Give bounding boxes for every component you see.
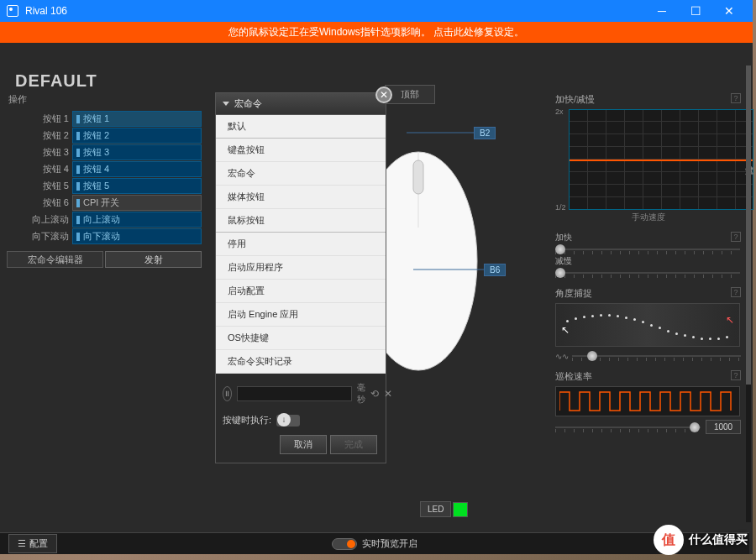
bind-label: 按钮 5 (7, 178, 72, 194)
dropdown-item[interactable]: 键盘按钮 (216, 139, 386, 162)
poll-value[interactable]: 1000 (706, 420, 741, 434)
x-axis-label: 手动速度 (555, 212, 741, 223)
maximize-button[interactable]: ☐ (679, 0, 712, 22)
slow-slider[interactable] (555, 267, 740, 279)
dropdown-close-button[interactable]: ✕ (375, 86, 392, 103)
bind-label: 向上滚动 (7, 212, 72, 228)
fast-slider[interactable] (555, 243, 740, 255)
wave-icon: ∿∿ (555, 352, 569, 361)
button-tag-b6[interactable]: B6 (484, 264, 506, 276)
close-button[interactable]: ✕ (712, 0, 746, 22)
scrollbar[interactable] (746, 65, 751, 522)
watermark: 值 什么值得买 (654, 525, 748, 555)
bind-value-scrolldown[interactable]: 向下滚动 (72, 228, 202, 244)
button-tag-b2[interactable]: B2 (474, 127, 496, 139)
warning-banner[interactable]: 您的鼠标设定正在受Windows指针选项影响。 点击此处修复设定。 (0, 22, 753, 43)
bind-label: 按钮 1 (7, 111, 72, 127)
top-tab[interactable]: 顶部 (385, 85, 435, 104)
bind-value-5[interactable]: 按钮 5 (72, 178, 202, 194)
bind-value-6[interactable]: CPI 开关 (72, 195, 202, 211)
angle-graph: ↖ ↖ (555, 303, 740, 347)
dropdown-header-text: 宏命令 (234, 97, 262, 110)
list-icon: ☰ (18, 538, 26, 549)
led-color-picker[interactable] (453, 502, 468, 517)
watermark-text: 什么值得买 (689, 532, 748, 547)
watermark-icon: 值 (654, 525, 684, 555)
help-icon[interactable]: ? (731, 287, 741, 297)
bind-label: 按钮 6 (7, 195, 72, 211)
titlebar: Rival 106 ─ ☐ ✕ (0, 0, 753, 22)
preview-toggle[interactable] (332, 538, 357, 550)
macro-editor-button[interactable]: 宏命令编辑器 (7, 251, 103, 268)
dropdown-item[interactable]: 媒体按钮 (216, 186, 386, 209)
operations-label: 操作 (7, 93, 202, 106)
help-icon[interactable]: ? (731, 93, 741, 103)
dropdown-item[interactable]: 启动应用程序 (216, 256, 386, 280)
led-label: LED (420, 501, 451, 517)
accel-section-title: 加快/减慢 (555, 93, 741, 106)
bind-label: 按钮 2 (7, 128, 72, 144)
bind-value-1[interactable]: 按钮 1 (72, 111, 202, 127)
chevron-down-icon (223, 102, 229, 106)
done-button[interactable]: 完成 (330, 435, 377, 454)
delay-input[interactable] (237, 386, 352, 401)
dropdown-item[interactable]: 默认 (216, 115, 386, 139)
slow-label: 减慢 (555, 255, 741, 267)
dropdown-item[interactable]: 启动配置 (216, 280, 386, 303)
exec-label: 按键时执行: (223, 414, 271, 427)
angle-section-title: 角度捕捉 (555, 287, 741, 300)
bottom-bar: ☰ 配置 实时预览开启 (0, 532, 749, 554)
bind-label: 向下滚动 (7, 228, 72, 244)
minimize-button[interactable]: ─ (645, 0, 679, 22)
bind-value-3[interactable]: 按钮 3 (72, 144, 202, 160)
dropdown-item[interactable]: 宏命令 (216, 162, 386, 186)
y-tick: 2x (555, 107, 564, 116)
config-button[interactable]: ☰ 配置 (8, 534, 57, 553)
bind-value-4[interactable]: 按钮 4 (72, 161, 202, 177)
bind-label: 按钮 3 (7, 144, 72, 160)
dropdown-item[interactable]: 宏命令实时记录 (216, 350, 386, 374)
dropdown-item[interactable]: 鼠标按钮 (216, 209, 386, 233)
bind-value-scrollup[interactable]: 向上滚动 (72, 212, 202, 228)
angle-slider[interactable] (572, 350, 741, 362)
dropdown-item[interactable]: 停用 (216, 233, 386, 256)
preview-label: 实时预览开启 (362, 537, 417, 550)
help-icon[interactable]: ? (731, 370, 741, 380)
loop-icon[interactable]: ⟲ (370, 388, 379, 400)
poll-slider[interactable] (555, 421, 701, 433)
window-title: Rival 106 (25, 5, 645, 17)
cancel-button[interactable]: 取消 (280, 435, 327, 454)
app-icon (7, 5, 18, 17)
poll-section-title: 巡检速率 (555, 370, 741, 383)
left-panel: 操作 按钮 1按钮 1 按钮 2按钮 2 按钮 3按钮 3 按钮 4按钮 4 按… (0, 43, 208, 532)
dropdown-item[interactable]: 启动 Engine 应用 (216, 303, 386, 327)
dropdown-header[interactable]: 宏命令 (216, 93, 386, 115)
help-icon[interactable]: ? (731, 232, 741, 242)
sensitivity-graph[interactable] (569, 109, 753, 210)
svg-rect-2 (413, 160, 423, 194)
fast-label: 加快 (555, 232, 741, 243)
poll-graph (555, 386, 740, 416)
clear-icon[interactable]: ✕ (384, 388, 392, 400)
dropdown-item[interactable]: OS快捷键 (216, 327, 386, 350)
exec-toggle[interactable] (276, 415, 300, 427)
pause-icon[interactable]: ⏸ (223, 386, 232, 401)
right-panel: 加快/减慢 ? 2x 1/2 灵敏度 手动速度 加快 ? 减慢 (547, 43, 753, 532)
macro-dropdown: ✕ 宏命令 默认键盘按钮宏命令媒体按钮鼠标按钮停用启动应用程序启动配置启动 En… (215, 92, 386, 463)
bind-value-2[interactable]: 按钮 2 (72, 128, 202, 144)
bind-label: 按钮 4 (7, 161, 72, 177)
warning-text: 您的鼠标设定正在受Windows指针选项影响。 点击此处修复设定。 (228, 25, 524, 39)
fire-button[interactable]: 发射 (105, 251, 202, 268)
profile-name: DEFAULT (15, 71, 97, 91)
ms-label: 毫秒 (357, 382, 365, 406)
y-tick: 1/2 (555, 203, 566, 212)
